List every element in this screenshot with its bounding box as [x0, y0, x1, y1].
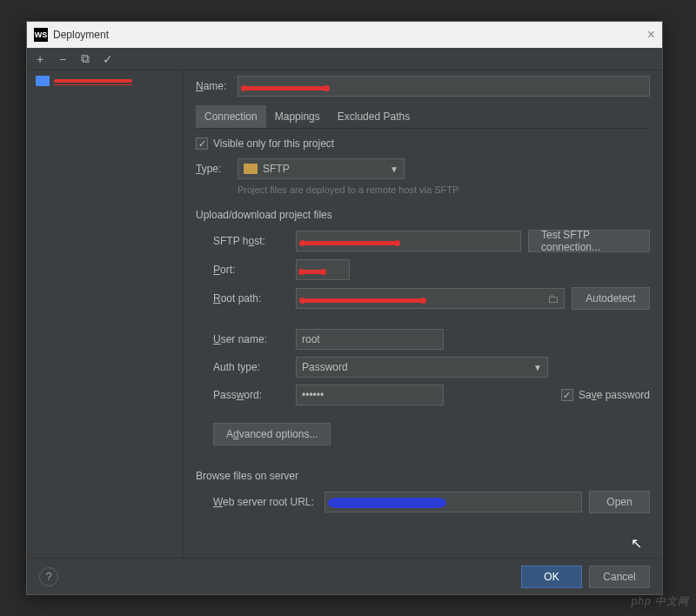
chevron-down-icon: ▼ [533, 363, 542, 372]
autodetect-button[interactable]: Autodetect [572, 287, 650, 310]
type-label: Type: [196, 163, 229, 175]
watermark: php 中文网 [632, 594, 689, 609]
add-server-icon[interactable]: + [32, 51, 48, 67]
apply-icon[interactable]: ✓ [100, 51, 116, 67]
visible-only-label: Visible only for this project [213, 137, 334, 150]
sftp-host-label: SFTP host: [213, 235, 296, 247]
type-value: SFTP [263, 163, 290, 175]
web-root-input[interactable] [325, 492, 582, 512]
redacted-text [302, 241, 398, 245]
server-icon [36, 76, 50, 86]
title-bar: WS Deployment × [27, 22, 662, 48]
main-panel: Name: Connection Mappings Excluded Paths… [184, 70, 662, 558]
sftp-host-input[interactable] [296, 231, 521, 251]
type-select[interactable]: SFTP ▼ [238, 158, 405, 179]
redacted-text [331, 498, 444, 508]
remove-server-icon[interactable]: − [55, 51, 70, 67]
redacted-text [302, 298, 424, 303]
name-input[interactable] [238, 76, 650, 97]
close-icon[interactable]: × [647, 27, 655, 43]
checkbox-icon: ✓ [196, 137, 208, 150]
ok-button[interactable]: OK [521, 566, 582, 588]
username-label: User name: [213, 333, 296, 345]
chevron-down-icon: ▼ [390, 164, 398, 174]
save-password-label: Save password [579, 389, 650, 401]
username-input[interactable]: root [296, 329, 444, 350]
checkbox-icon: ✓ [561, 389, 573, 401]
save-password-checkbox[interactable]: ✓ Save password [561, 389, 650, 401]
server-toolbar: + − ⧉ ✓ [27, 48, 662, 70]
root-path-label: Root path: [213, 292, 296, 305]
sftp-icon [244, 164, 258, 174]
browse-folder-icon[interactable]: 🗀 [547, 292, 559, 305]
cancel-button[interactable]: Cancel [589, 566, 650, 588]
advanced-options-button[interactable]: Advanced options... [213, 423, 331, 445]
type-hint: Project files are deployed to a remote h… [196, 184, 650, 195]
server-list [27, 70, 184, 558]
name-label: Name: [196, 80, 238, 92]
deployment-dialog: WS Deployment × + − ⧉ ✓ Name: Connection [26, 21, 663, 595]
dialog-body: Name: Connection Mappings Excluded Paths… [27, 70, 662, 558]
redacted-text [54, 79, 132, 83]
port-input[interactable] [296, 259, 350, 280]
tab-excluded-paths[interactable]: Excluded Paths [329, 105, 418, 128]
auth-type-value: Password [302, 361, 348, 373]
open-button[interactable]: Open [589, 491, 650, 513]
tab-connection[interactable]: Connection [196, 105, 266, 128]
password-input[interactable]: •••••• [296, 385, 444, 405]
upload-section-title: Upload/download project files [196, 209, 650, 221]
tab-mappings[interactable]: Mappings [266, 105, 329, 128]
auth-type-label: Auth type: [213, 361, 296, 373]
auth-type-select[interactable]: Password ▼ [296, 357, 548, 378]
redacted-text [301, 270, 324, 274]
app-icon: WS [34, 28, 48, 42]
browse-section-title: Browse files on server [196, 470, 650, 482]
dialog-footer: ? OK Cancel [27, 558, 662, 594]
web-root-label: Web server root URL: [213, 496, 325, 508]
window-title: Deployment [53, 29, 109, 41]
server-item[interactable] [30, 74, 179, 88]
tab-bar: Connection Mappings Excluded Paths [196, 105, 650, 129]
redacted-text [244, 86, 327, 90]
password-label: Password: [213, 389, 296, 401]
help-button[interactable]: ? [39, 567, 58, 586]
port-label: Port: [213, 264, 296, 276]
copy-server-icon[interactable]: ⧉ [77, 51, 93, 67]
visible-only-checkbox[interactable]: ✓ Visible only for this project [196, 137, 650, 150]
root-path-input[interactable]: 🗀 [296, 288, 565, 309]
test-connection-button[interactable]: Test SFTP connection... [528, 230, 650, 252]
